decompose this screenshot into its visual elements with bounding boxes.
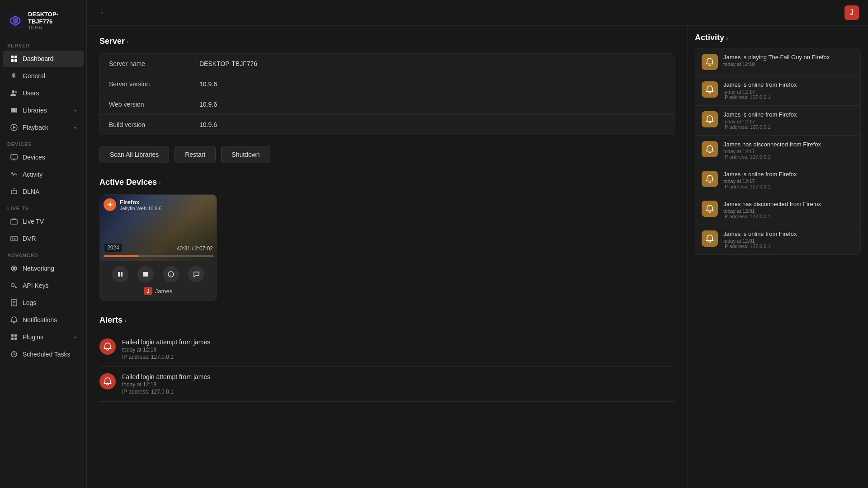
logo-title: DESKTOP-TBJF776 [28, 11, 58, 25]
livetv-label: Live TV [23, 218, 44, 225]
activity-text-5: James has disconnected from Firefox toda… [723, 201, 821, 219]
device-card: Firefox Jellyfin Web 10.9.6 2024 40:31 /… [99, 194, 217, 301]
pause-button[interactable] [112, 266, 128, 282]
key-icon [10, 282, 18, 290]
activity-label: Activity [23, 171, 42, 178]
playback-controls-row: i [105, 266, 211, 282]
server-info-table: Server name DESKTOP-TBJF776 Server versi… [99, 53, 675, 135]
dlna-label: DLNA [23, 188, 39, 195]
shutdown-button[interactable]: Shutdown [221, 146, 270, 163]
sidebar-item-livetv[interactable]: Live TV [3, 213, 84, 230]
svg-point-17 [12, 238, 14, 239]
alert-title-0: Failed login attempt from james [122, 338, 210, 346]
act-ip-5: IP address: 127.0.0.1 [723, 214, 821, 219]
act-time-1: today at 12:17 [723, 89, 797, 94]
sidebar-item-devices[interactable]: Devices [3, 149, 84, 165]
sidebar-item-libraries[interactable]: Libraries ▾ [3, 102, 84, 118]
svg-rect-5 [14, 59, 17, 62]
device-thumbnail: Firefox Jellyfin Web 10.9.6 2024 40:31 /… [100, 195, 217, 261]
svg-rect-30 [11, 338, 14, 340]
svg-rect-16 [11, 236, 17, 241]
sidebar-item-dashboard[interactable]: Dashboard [3, 51, 84, 67]
activity-bell-icon-3 [702, 141, 718, 157]
activity-item-6: James is online from Firefox today at 12… [695, 225, 860, 254]
alert-time-0: today at 12:18 [122, 347, 210, 353]
alert-icon [99, 338, 116, 355]
dlna-icon [10, 188, 18, 196]
sidebar-item-general[interactable]: General [3, 68, 84, 84]
activity-text-4: James is online from Firefox today at 12… [723, 171, 797, 189]
user-avatar-small: J [144, 287, 152, 295]
activity-item-2: James is online from Firefox today at 12… [695, 106, 860, 136]
sidebar-item-dvr[interactable]: DVR [3, 230, 84, 247]
sidebar-item-users[interactable]: Users [3, 85, 84, 101]
activity-item-3: James has disconnected from Firefox toda… [695, 136, 860, 165]
stop-button[interactable] [137, 266, 154, 282]
activity-arrow[interactable]: › [726, 34, 728, 42]
back-button[interactable]: ← [96, 6, 111, 19]
sidebar-item-activity[interactable]: Activity [3, 166, 84, 183]
sidebar-item-networking[interactable]: Networking [3, 260, 84, 277]
alert-ip-0: IP address: 127.0.0.1 [122, 354, 210, 360]
svg-rect-15 [11, 220, 17, 224]
svg-rect-31 [14, 338, 17, 340]
web-version-label: Web version [109, 101, 199, 108]
info-button[interactable]: i [163, 266, 179, 282]
device-info-top: Firefox Jellyfin Web 10.9.6 [104, 198, 162, 211]
restart-button[interactable]: Restart [175, 146, 216, 163]
clock-icon [10, 350, 18, 358]
activity-header: Activity › [695, 33, 861, 42]
user-avatar-icon[interactable]: J [844, 5, 859, 20]
devices-label: Devices [23, 154, 45, 161]
logo-text: DESKTOP-TBJF776 10.9.6 [28, 11, 58, 30]
activity-bell-icon-5 [702, 201, 718, 217]
browser-icon [104, 198, 116, 211]
active-devices-header: Active Devices › [99, 178, 675, 187]
act-time-5: today at 12:01 [723, 208, 821, 214]
alerts-arrow[interactable]: › [124, 317, 127, 324]
server-name-label: Server name [109, 60, 199, 67]
bell-icon [10, 316, 18, 324]
device-user-name: James [155, 288, 172, 295]
sidebar-item-plugins[interactable]: Plugins ▾ [3, 329, 84, 345]
scan-libraries-button[interactable]: Scan All Libraries [99, 146, 169, 163]
act-time-2: today at 12:17 [723, 119, 797, 124]
table-row: Build version 10.9.6 [100, 115, 674, 135]
chat-button[interactable] [188, 266, 204, 282]
sidebar-logo: DESKTOP-TBJF776 10.9.6 [0, 7, 86, 38]
section-label-devices: Devices [0, 136, 86, 149]
monitor-icon [10, 153, 18, 161]
sidebar-item-notifications[interactable]: Notifications [3, 312, 84, 328]
sidebar-item-playback[interactable]: Playback ▾ [3, 119, 84, 136]
svg-rect-28 [11, 334, 14, 337]
svg-marker-1 [13, 18, 18, 23]
active-devices-arrow[interactable]: › [159, 179, 161, 186]
active-devices-title: Active Devices [99, 178, 157, 187]
right-panel: Activity › James is playing The Fall Guy… [687, 26, 868, 488]
svg-point-6 [12, 90, 14, 93]
logs-icon [10, 299, 18, 307]
livetv-icon [10, 217, 18, 225]
sidebar-item-scheduledtasks[interactable]: Scheduled Tasks [3, 346, 84, 362]
svg-rect-8 [11, 108, 13, 113]
logo-version: 10.9.6 [28, 25, 58, 30]
user-tag: J James [105, 287, 211, 295]
gear-icon [10, 72, 18, 80]
act-ip-3: IP address: 127.0.0.1 [723, 154, 821, 160]
sidebar-item-logs[interactable]: Logs [3, 295, 84, 311]
notifications-label: Notifications [23, 316, 57, 324]
activity-icon [10, 170, 18, 178]
sidebar-item-dlna[interactable]: DLNA [3, 183, 84, 200]
alerts-section: Alerts › Failed login attempt from james… [99, 315, 675, 402]
svg-rect-29 [14, 334, 17, 337]
activity-item-1: James is online from Firefox today at 12… [695, 76, 860, 106]
sidebar-item-apikeys[interactable]: API Keys [3, 277, 84, 294]
logs-label: Logs [23, 299, 36, 306]
libraries-label: Libraries [23, 107, 47, 114]
plugins-label: Plugins [23, 333, 43, 341]
sidebar: DESKTOP-TBJF776 10.9.6 Server Dashboard … [0, 0, 87, 488]
scheduledtasks-label: Scheduled Tasks [23, 351, 71, 358]
server-section-arrow[interactable]: › [127, 38, 129, 45]
device-app-name: Jellyfin Web 10.9.6 [120, 206, 162, 211]
alert-item: Failed login attempt from james today at… [99, 367, 675, 402]
